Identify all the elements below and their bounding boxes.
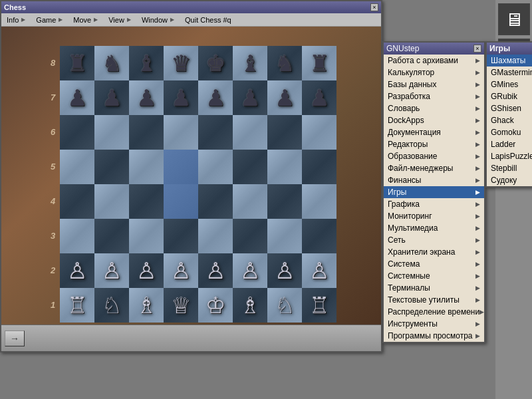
square-g4[interactable] xyxy=(267,184,302,219)
square-g5[interactable] xyxy=(267,150,302,184)
games-item-stepbill[interactable]: Stepbill xyxy=(487,162,532,174)
square-a6[interactable] xyxy=(60,115,94,150)
gnustep-item-finance[interactable]: Финансы ▶ xyxy=(384,174,484,186)
square-g7[interactable]: ♟ xyxy=(267,80,302,115)
gnustep-item-dev[interactable]: Разработка ▶ xyxy=(384,90,484,102)
menu-move[interactable]: Move ▶ xyxy=(68,15,103,25)
square-e2[interactable]: ♙ xyxy=(198,253,233,288)
gnustep-item-viewers[interactable]: Программы просмотра ▶ xyxy=(384,330,484,342)
gnustep-item-calc[interactable]: Калькулятор ▶ xyxy=(384,66,484,78)
square-c5[interactable] xyxy=(129,150,164,184)
gnustep-item-dict[interactable]: Словарь ▶ xyxy=(384,102,484,114)
gnustep-item-dockapps[interactable]: DockApps ▶ xyxy=(384,114,484,126)
square-c3[interactable] xyxy=(129,219,164,253)
square-a7[interactable]: ♟ xyxy=(60,80,94,115)
square-d6[interactable] xyxy=(164,115,198,150)
square-e7[interactable]: ♟ xyxy=(198,80,233,115)
square-b5[interactable] xyxy=(94,150,129,184)
square-d7[interactable]: ♟ xyxy=(164,80,198,115)
gnustep-item-tools[interactable]: Инструменты ▶ xyxy=(384,318,484,330)
games-item-lapispuzzle[interactable]: LapisPuzzle xyxy=(487,150,532,162)
square-e8[interactable]: ♚ xyxy=(198,46,233,80)
gnustep-item-editors[interactable]: Редакторы ▶ xyxy=(384,138,484,150)
games-item-grubik[interactable]: GRubik xyxy=(487,90,532,102)
square-c7[interactable]: ♟ xyxy=(129,80,164,115)
square-h6[interactable] xyxy=(302,115,336,150)
square-f4[interactable] xyxy=(233,184,267,219)
square-g3[interactable] xyxy=(267,219,302,253)
square-h1[interactable]: ♖ xyxy=(302,288,336,323)
sidebar-icon-monitor1[interactable]: 🖥 xyxy=(498,3,530,35)
games-item-sudoku[interactable]: Судоку xyxy=(487,174,532,186)
gnustep-item-textutils[interactable]: Текстовые утилиты ▶ xyxy=(384,294,484,306)
menu-window[interactable]: Window ▶ xyxy=(136,15,180,25)
gnustep-item-timemgmt[interactable]: Распределение времени ▶ xyxy=(384,306,484,318)
gnustep-item-multimedia[interactable]: Мультимедиа ▶ xyxy=(384,222,484,234)
square-a2[interactable]: ♙ xyxy=(60,253,94,288)
square-c8[interactable]: ♝ xyxy=(129,46,164,80)
menu-info[interactable]: Info ▶ xyxy=(1,15,31,25)
square-f1[interactable]: ♗ xyxy=(233,288,267,323)
square-b7[interactable]: ♟ xyxy=(94,80,129,115)
square-d1[interactable]: ♕ xyxy=(164,288,198,323)
square-c4[interactable] xyxy=(129,184,164,219)
gnustep-item-system[interactable]: Система ▶ xyxy=(384,258,484,270)
menu-quit[interactable]: Quit Chess #q xyxy=(180,15,237,25)
gnustep-item-archives[interactable]: Работа с архивами ▶ xyxy=(384,55,484,66)
games-item-gshisen[interactable]: GShisen xyxy=(487,102,532,114)
square-d3[interactable] xyxy=(164,219,198,253)
square-h5[interactable] xyxy=(302,150,336,184)
gnustep-item-education[interactable]: Образование ▶ xyxy=(384,150,484,162)
games-item-ladder[interactable]: Ladder xyxy=(487,138,532,150)
gnustep-item-network[interactable]: Сеть ▶ xyxy=(384,234,484,246)
square-a3[interactable] xyxy=(60,219,94,253)
gnustep-item-games[interactable]: Игры ▶ xyxy=(384,186,484,198)
square-c2[interactable]: ♙ xyxy=(129,253,164,288)
square-f6[interactable] xyxy=(233,115,267,150)
square-f2[interactable]: ♙ xyxy=(233,253,267,288)
square-e5[interactable] xyxy=(198,150,233,184)
square-e6[interactable] xyxy=(198,115,233,150)
square-b3[interactable] xyxy=(94,219,129,253)
square-e1[interactable]: ♔ xyxy=(198,288,233,323)
square-h3[interactable] xyxy=(302,219,336,253)
gnustep-item-terminals[interactable]: Терминалы ▶ xyxy=(384,282,484,294)
games-item-chess[interactable]: Шахматы xyxy=(487,55,532,66)
square-d8[interactable]: ♛ xyxy=(164,46,198,80)
square-h2[interactable]: ♙ xyxy=(302,253,336,288)
square-h7[interactable]: ♟ xyxy=(302,80,336,115)
square-h8[interactable]: ♜ xyxy=(302,46,336,80)
back-button[interactable]: → xyxy=(5,331,25,346)
square-g6[interactable] xyxy=(267,115,302,150)
menu-game[interactable]: Game ▶ xyxy=(31,15,68,25)
square-f5[interactable] xyxy=(233,150,267,184)
gnustep-item-systemtools[interactable]: Системные ▶ xyxy=(384,270,484,282)
square-d4[interactable] xyxy=(164,184,198,219)
gnustep-item-filemanagers[interactable]: Файл-менеджеры ▶ xyxy=(384,162,484,174)
games-item-gmastermind[interactable]: GMastermind xyxy=(487,66,532,78)
square-b2[interactable]: ♙ xyxy=(94,253,129,288)
square-b4[interactable] xyxy=(94,184,129,219)
square-a4[interactable] xyxy=(60,184,94,219)
chess-close-button[interactable]: × xyxy=(370,3,378,11)
menu-view[interactable]: View ▶ xyxy=(103,15,136,25)
gnustep-item-monitor[interactable]: Мониторинг ▶ xyxy=(384,210,484,222)
games-item-gomoku[interactable]: Gomoku xyxy=(487,126,532,138)
square-g8[interactable]: ♞ xyxy=(267,46,302,80)
gnustep-item-docs[interactable]: Документация ▶ xyxy=(384,126,484,138)
gnustep-close-button[interactable]: × xyxy=(473,45,481,53)
square-g2[interactable]: ♙ xyxy=(267,253,302,288)
square-b8[interactable]: ♞ xyxy=(94,46,129,80)
gnustep-item-screensaver[interactable]: Хранители экрана ▶ xyxy=(384,246,484,258)
square-a8[interactable]: ♜ xyxy=(60,46,94,80)
square-h4[interactable] xyxy=(302,184,336,219)
square-b1[interactable]: ♘ xyxy=(94,288,129,323)
square-f3[interactable] xyxy=(233,219,267,253)
square-b6[interactable] xyxy=(94,115,129,150)
square-d5[interactable] xyxy=(164,150,198,184)
square-e4[interactable] xyxy=(198,184,233,219)
square-f7[interactable]: ♟ xyxy=(233,80,267,115)
square-c1[interactable]: ♗ xyxy=(129,288,164,323)
square-a1[interactable]: ♖ xyxy=(60,288,94,323)
games-item-ghack[interactable]: Ghack xyxy=(487,114,532,126)
